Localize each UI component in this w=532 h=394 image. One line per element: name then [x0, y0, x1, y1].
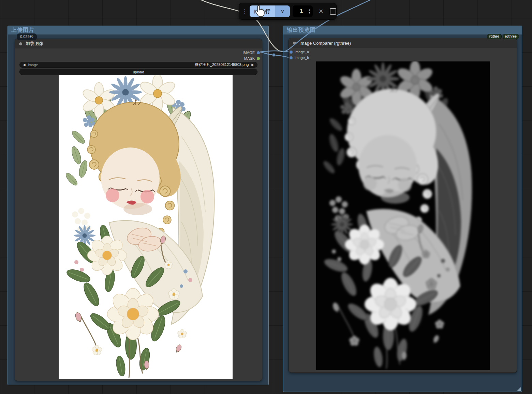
output-slot-image[interactable]: IMAGE: [243, 51, 260, 55]
node-image-comparer[interactable]: rgthre rgthree Image Comparer (rgthree) …: [289, 38, 517, 373]
rgthree-badge: rgthree: [503, 34, 519, 39]
toolbar-drag-handle-icon[interactable]: ⋮: [242, 9, 248, 14]
rgthree-badges: rgthre rgthree: [487, 34, 519, 39]
image-comparer-title: Image Comparer (rgthree): [299, 41, 351, 46]
output-slot-mask[interactable]: MASK: [244, 56, 260, 60]
combo-name: image: [28, 63, 38, 67]
group-upload-image[interactable]: 上传图片 0.029秒 加载图像 IMAGE MASK ◀ image 微信图片…: [8, 26, 269, 385]
batch-count-steppers[interactable]: ▲ ▼: [308, 9, 311, 14]
group-upload-title: 上传图片: [11, 27, 34, 34]
image-combo-widget[interactable]: ◀ image 微信图片_20250312145803.png ▶: [19, 62, 257, 68]
collapse-dot-icon[interactable]: [293, 42, 296, 45]
input-slot-image-a[interactable]: image_a: [290, 50, 309, 54]
depth-map-preview[interactable]: [316, 61, 490, 370]
angel-image-preview[interactable]: [59, 75, 233, 379]
mask-output-dot[interactable]: [257, 57, 260, 60]
load-image-title: 加载图像: [26, 41, 43, 47]
chevron-down-icon: ∨: [281, 9, 284, 14]
node-canvas[interactable]: 上传图片 0.029秒 加载图像 IMAGE MASK ◀ image 微信图片…: [0, 0, 532, 394]
combo-prev-icon[interactable]: ◀: [23, 63, 26, 67]
image-a-input-dot[interactable]: [290, 51, 293, 54]
node-load-image[interactable]: 加载图像 IMAGE MASK ◀ image 微信图片_20250312145…: [15, 39, 262, 381]
link-midpoint-dot[interactable]: [272, 54, 276, 57]
group-output-preview[interactable]: 输出预览图 rgthre rgthree Image Comparer (rgt…: [283, 26, 522, 392]
group-resize-handle[interactable]: [517, 387, 521, 391]
step-up-icon[interactable]: ▲: [308, 9, 311, 11]
combo-value: 微信图片_20250312145803.png: [195, 62, 249, 67]
group-upload-header[interactable]: 上传图片: [8, 26, 268, 34]
rgthree-badge: rgthre: [487, 34, 502, 39]
image-comparer-titlebar[interactable]: Image Comparer (rgthree): [289, 38, 517, 48]
upload-button[interactable]: upload: [19, 69, 257, 75]
step-down-icon[interactable]: ▼: [308, 12, 311, 14]
batch-count-value[interactable]: 1: [295, 8, 308, 14]
clear-queue-button[interactable]: ✕: [319, 8, 323, 15]
batch-count-input[interactable]: 1 ▲ ▼: [293, 5, 313, 17]
load-image-titlebar[interactable]: 加载图像: [15, 39, 262, 48]
image-b-input-dot[interactable]: [290, 56, 293, 59]
collapse-dot-icon[interactable]: [19, 42, 22, 45]
group-output-title: 输出预览图: [287, 27, 316, 34]
image-output-dot[interactable]: [257, 51, 260, 54]
execution-time-badge: 0.029秒: [17, 33, 37, 40]
input-slot-image-b[interactable]: image_b: [290, 56, 309, 60]
mouse-cursor-icon: [254, 5, 266, 18]
run-options-dropdown[interactable]: ∨: [275, 5, 290, 17]
combo-next-icon[interactable]: ▶: [251, 63, 254, 67]
group-output-header[interactable]: 输出预览图: [283, 26, 522, 34]
stop-button[interactable]: [330, 8, 336, 15]
